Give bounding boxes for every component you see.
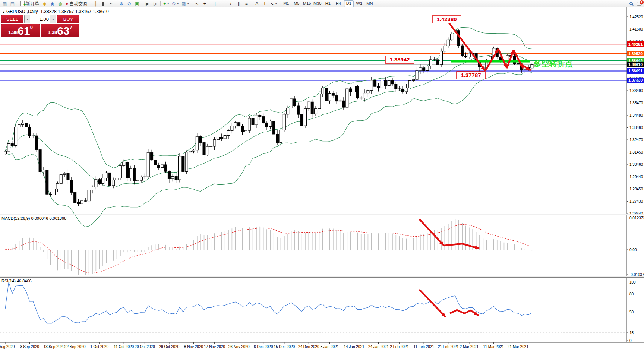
timeframe-w1[interactable]: W1 <box>354 0 364 7</box>
date-axis[interactable]: 5 Aug 20203 Sep 202013 Sep 202022 Sep 20… <box>0 342 644 349</box>
toolbar-separator <box>280 1 280 6</box>
volume-down-button[interactable]: ▼ <box>25 15 30 23</box>
auto-scroll-icon[interactable]: ▶ <box>144 0 151 7</box>
chart-window-icon: ▲ <box>2 10 5 14</box>
chart-shift-icon: ▷ <box>154 1 157 6</box>
sell-price-tile[interactable]: 1.38 61 0 <box>1 24 40 37</box>
macd-pane[interactable]: MACD(12,26,9) 0.000046 0.001398 <box>1 216 532 275</box>
text-icon[interactable]: A <box>253 0 261 7</box>
label-icon: T <box>263 1 266 6</box>
zoom-out-icon: ⊖ <box>127 1 131 6</box>
svg-text:1.38610: 1.38610 <box>628 62 643 67</box>
candlesticks-layer <box>4 19 533 206</box>
rsi-arrow-1[interactable] <box>450 310 479 316</box>
axis-tick-label: 1.41500 <box>629 27 643 31</box>
axis-tick-label: 1.30460 <box>629 162 643 167</box>
bollinger-upper-band <box>5 27 532 168</box>
trend-arrow-1[interactable] <box>485 49 498 71</box>
crosshair-icon: + <box>203 1 206 6</box>
price-label-text: 1.38942 <box>389 56 410 63</box>
zoom-in-icon[interactable]: ⊕ <box>118 0 125 7</box>
main-pane[interactable]: 1.423801.389421.37787多空转折点 <box>0 16 627 227</box>
volume-up-button[interactable]: ▲ <box>50 15 56 23</box>
channel-icon[interactable]: ∥ <box>235 0 242 7</box>
vertical-line-icon[interactable]: | <box>212 0 219 7</box>
templates-icon[interactable]: ▨▾ <box>180 0 190 7</box>
rsi-arrow-0[interactable] <box>419 290 446 317</box>
axis-tick-label: 1.32470 <box>629 138 643 142</box>
timeframe-m30[interactable]: M30 <box>313 0 322 7</box>
rsi-pane[interactable]: RSI(14) 46.8466 <box>0 279 627 333</box>
line-chart-icon[interactable]: ~ <box>107 0 114 7</box>
buy-price-prefix: 1.38 <box>48 29 57 35</box>
toolbar-separator <box>192 1 192 6</box>
chart-shift-icon[interactable]: ▷ <box>152 0 159 7</box>
price-axis[interactable]: 1.425201.415001.405101.395001.384801.374… <box>627 7 644 343</box>
timeframe-h1[interactable]: H1 <box>323 0 333 7</box>
macd-arrow-1[interactable] <box>444 244 479 249</box>
new-chart-icon[interactable]: ▦ <box>1 0 8 7</box>
gold-icon[interactable]: ◆ <box>41 0 48 7</box>
timeframe-d1[interactable]: D1 <box>344 0 354 7</box>
timeframe-h4[interactable]: H4 <box>334 0 343 7</box>
bollinger-middle-band <box>5 53 532 187</box>
volume-input[interactable] <box>30 16 50 22</box>
indicators-icon[interactable]: +▾ <box>162 0 170 7</box>
sell-price-big: 61 <box>18 26 30 36</box>
timeframe-m1[interactable]: M1 <box>281 0 291 7</box>
cursor-icon[interactable]: ↖ <box>193 0 201 7</box>
macd-arrow-0[interactable] <box>419 219 444 246</box>
sell-button[interactable]: SELL <box>1 15 23 23</box>
timeframe-m5[interactable]: M5 <box>292 0 302 7</box>
date-tick-label: 11 Oct 2020 <box>114 345 134 349</box>
candlestick-chart-icon[interactable]: ▮ <box>100 0 107 7</box>
trendline-icon[interactable]: / <box>227 0 234 7</box>
notification-badge: 1 <box>640 0 644 4</box>
ohlc-values: 1.38328 1.38757 1.38167 1.38610 <box>40 9 109 14</box>
dropdown-caret-icon: ▾ <box>167 2 169 5</box>
profiles-icon[interactable]: ▤ <box>9 0 16 7</box>
turning-point-annotation[interactable]: 多空转折点 <box>534 59 573 68</box>
cursor-icon: ↖ <box>195 1 199 6</box>
date-tick-label: 11 Mar 2021 <box>483 345 504 349</box>
price-label-text: 1.42380 <box>436 16 457 22</box>
date-tick-label: 14 Jan 2021 <box>344 345 364 349</box>
new-order-button[interactable]: +新订单 <box>19 0 40 7</box>
date-tick-label: 8 Nov 2020 <box>184 345 203 349</box>
crosshair-icon[interactable]: + <box>201 0 208 7</box>
toolbar-separator <box>252 1 252 6</box>
bar-chart-icon[interactable]: ║ <box>92 0 99 7</box>
zoom-out-icon[interactable]: ⊖ <box>126 0 133 7</box>
autotrading-button[interactable]: ●自动交易 <box>64 0 88 7</box>
text-icon: A <box>255 1 258 6</box>
toolbar-separator <box>210 1 210 6</box>
chart-plot[interactable]: 1.423801.389421.37787多空转折点MACD(12,26,9) … <box>0 7 644 351</box>
fibonacci-icon[interactable]: ≡ <box>243 0 250 7</box>
label-icon[interactable]: T <box>261 0 268 7</box>
timeframe-m15[interactable]: M15 <box>302 0 312 7</box>
arrows-icon[interactable]: ↘▾ <box>269 0 278 7</box>
community-icon[interactable]: ◉ <box>49 0 56 7</box>
horizontal-line-icon[interactable]: ─ <box>220 0 227 7</box>
periods-icon[interactable]: ⊙▾ <box>171 0 180 7</box>
signals-icon[interactable]: ◍ <box>57 0 64 7</box>
chart-window[interactable]: 1.423801.389421.37787多空转折点MACD(12,26,9) … <box>0 7 644 351</box>
trend-arrow-0[interactable] <box>449 23 485 71</box>
timeframe-mn[interactable]: MN <box>365 0 375 7</box>
buy-button[interactable]: BUY <box>57 15 79 23</box>
axis-tick-label: 1.36490 <box>629 89 643 93</box>
search-button[interactable] <box>628 0 635 7</box>
one-click-trading-panel: SELL ▼ ▲ BUY 1.38 61 0 1.38 63 7 <box>1 15 79 37</box>
axis-tick-label: -0.010374 <box>629 273 644 277</box>
date-tick-label: 22 Sep 2020 <box>64 345 86 349</box>
date-tick-label: 11 Feb 2021 <box>413 345 434 349</box>
axis-tick-label: 1.27430 <box>629 199 643 203</box>
date-tick-label: 5 Aug 2020 <box>0 345 15 349</box>
date-tick-label: 5 Jan 2021 <box>321 345 339 349</box>
rsi-label: RSI(14) 46.8466 <box>1 279 32 283</box>
gold-icon: ◆ <box>43 1 46 6</box>
tile-windows-icon[interactable]: ▣ <box>133 0 141 7</box>
buy-price-tile[interactable]: 1.38 63 7 <box>41 24 79 37</box>
notifications-button[interactable]: 1 <box>635 0 643 7</box>
tile-windows-icon: ▣ <box>135 1 139 6</box>
